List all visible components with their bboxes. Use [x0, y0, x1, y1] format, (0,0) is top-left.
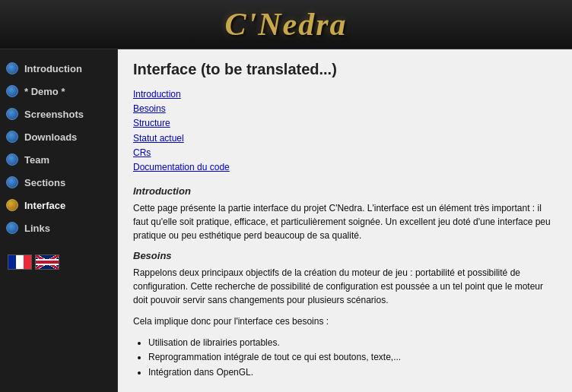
list-item: Utilisation de librairies portables. [148, 336, 557, 350]
section-body-introduction-section: Cette page présente la partie interface … [133, 201, 557, 242]
page-title: Interface (to be translated...) [133, 61, 557, 78]
sidebar-label-downloads: Downloads [24, 131, 77, 143]
sidebar-item-sections[interactable]: Sections [0, 171, 117, 194]
list-item: Reprogrammation intégrale de tout ce qui… [148, 350, 557, 365]
logo: C'Nedra [225, 6, 348, 43]
list-item: Intégration dans OpenGL. [148, 365, 557, 380]
toc-link-statut-actuel[interactable]: Statut actuel [133, 131, 557, 146]
flag-french[interactable] [8, 254, 32, 270]
sidebar-item-demo[interactable]: * Demo * [0, 80, 117, 103]
section-body-besoins-section: Rappelons deux principaux objectifs de l… [133, 266, 557, 307]
nav-items-container: Introduction* Demo *ScreenshotsDownloads… [0, 57, 117, 239]
sidebar-label-interface: Interface [24, 200, 65, 211]
sidebar-label-sections: Sections [24, 177, 65, 188]
nav-bullet-sections [6, 176, 18, 188]
sidebar-label-team: Team [24, 154, 49, 166]
toc-link-crs[interactable]: CRs [133, 146, 557, 160]
section-heading-besoins-section: Besoins [133, 250, 557, 261]
nav-bullet-downloads [6, 131, 18, 143]
sidebar-item-downloads[interactable]: Downloads [0, 125, 117, 148]
sidebar-item-screenshots[interactable]: Screenshots [0, 103, 117, 125]
table-of-contents: IntroductionBesoinsStructureStatut actue… [133, 87, 557, 175]
nav-bullet-demo [6, 85, 18, 97]
language-flags [0, 254, 117, 270]
sidebar-item-team[interactable]: Team [0, 148, 117, 171]
sidebar-item-interface[interactable]: Interface [0, 194, 117, 217]
nav-bullet-interface [6, 199, 18, 211]
nav-bullet-links [6, 222, 18, 234]
sidebar-item-links[interactable]: Links [0, 217, 117, 239]
header: C'Nedra [0, 0, 572, 49]
bullet-list-besoins-section: Utilisation de librairies portables.Repr… [148, 336, 557, 380]
sections-container: IntroductionCette page présente la parti… [133, 185, 557, 380]
sidebar-label-links: Links [24, 223, 50, 234]
sidebar-label-screenshots: Screenshots [24, 109, 84, 120]
main-layout: Introduction* Demo *ScreenshotsDownloads… [0, 49, 572, 392]
sidebar: Introduction* Demo *ScreenshotsDownloads… [0, 49, 118, 392]
nav-bullet-screenshots [6, 108, 18, 120]
section-heading-introduction-section: Introduction [133, 185, 557, 197]
nav-bullet-team [6, 153, 18, 166]
sidebar-item-introduction[interactable]: Introduction [0, 57, 117, 80]
nav-bullet-introduction [6, 62, 18, 74]
section-note-besoins-section: Cela implique donc pour l'interface ces … [133, 315, 557, 328]
toc-link-introduction[interactable]: Introduction [133, 87, 557, 102]
toc-link-structure[interactable]: Structure [133, 116, 557, 131]
toc-link-besoins[interactable]: Besoins [133, 102, 557, 116]
toc-link-documentation-du-code[interactable]: Documentation du code [133, 160, 557, 175]
sidebar-label-demo: * Demo * [24, 86, 65, 97]
content-area: Interface (to be translated...) Introduc… [118, 49, 572, 392]
sidebar-label-introduction: Introduction [24, 63, 82, 74]
flag-english[interactable] [35, 254, 59, 270]
